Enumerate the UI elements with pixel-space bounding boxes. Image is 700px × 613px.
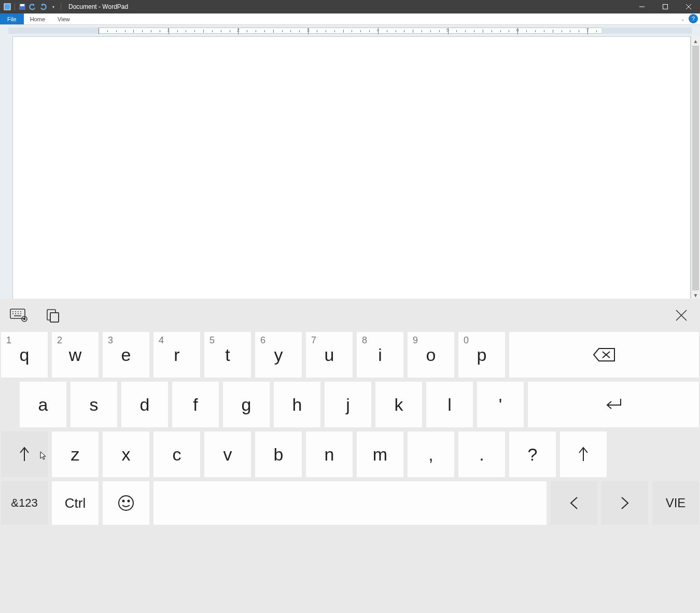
on-screen-keyboard: 1q2w3e4r5t6y7u8i9o0p asdfghjkl' zxcvbnm,… [0,299,700,613]
key-n[interactable]: n [306,431,353,477]
key-number-hint: 8 [362,335,367,346]
window-title: Document - WordPad [68,3,128,10]
svg-point-28 [119,496,133,510]
key-h[interactable]: h [274,382,320,427]
key-apostrophe[interactable]: ' [477,382,524,427]
key-number-hint: 1 [6,335,11,346]
scroll-up-icon[interactable]: ▲ [691,36,700,46]
key-question[interactable]: ? [509,431,556,477]
key-m[interactable]: m [357,431,403,477]
title-bar: ▾ Document - WordPad [0,0,700,13]
key-label: u [325,345,334,365]
key-enter[interactable] [528,382,699,427]
key-r[interactable]: 4r [153,332,200,378]
key-backspace[interactable] [509,332,699,378]
keyboard-close-icon[interactable] [672,306,691,325]
key-label: w [69,345,82,365]
undo-icon[interactable] [29,3,37,11]
key-v[interactable]: v [204,431,251,477]
separator [15,3,15,10]
svg-rect-20 [50,313,59,322]
key-j[interactable]: j [325,382,371,427]
keyboard-padding [1,382,16,427]
document-area: ▲ ▼ [0,36,700,300]
key-label: o [426,345,436,365]
key-l[interactable]: l [426,382,473,427]
maximize-button[interactable] [653,0,677,13]
key-b[interactable]: b [255,431,302,477]
document-page[interactable] [12,36,691,300]
key-number-hint: 0 [464,335,469,346]
key-emoji[interactable] [103,481,149,525]
minimize-button[interactable] [630,0,653,13]
key-arrow-right[interactable] [601,481,648,525]
clipboard-icon[interactable] [44,306,62,325]
key-label: y [274,345,283,365]
key-number-hint: 2 [57,335,62,346]
ruler-number: 1 [167,27,170,33]
ruler[interactable]: 1234567 [0,25,700,36]
svg-rect-2 [20,4,24,6]
key-space[interactable] [153,481,547,525]
svg-rect-4 [663,5,667,9]
key-label: p [477,345,487,365]
key-label: t [225,345,230,365]
key-c[interactable]: c [153,431,200,477]
redo-icon[interactable] [39,3,47,11]
close-button[interactable] [677,0,700,13]
keyboard-settings-icon[interactable] [9,306,28,325]
key-e[interactable]: 3e [103,332,149,378]
svg-point-29 [123,500,124,502]
key-arrow-left[interactable] [551,481,597,525]
key-z[interactable]: z [52,431,99,477]
key-k[interactable]: k [375,382,422,427]
key-w[interactable]: 2w [52,332,99,378]
key-ctrl[interactable]: Ctrl [52,481,99,525]
key-i[interactable]: 8i [357,332,403,378]
ribbon-collapse-icon[interactable]: ⌄ [678,13,688,24]
key-q[interactable]: 1q [1,332,48,378]
key-number-hint: 7 [311,335,316,346]
svg-point-18 [24,318,25,320]
key-number-hint: 3 [108,335,113,346]
key-f[interactable]: f [172,382,219,427]
key-o[interactable]: 9o [408,332,454,378]
key-d[interactable]: d [121,382,168,427]
key-symbols[interactable]: &123 [1,481,48,525]
key-number-hint: 4 [159,335,164,346]
tab-view[interactable]: View [51,13,76,24]
key-comma[interactable]: , [408,431,454,477]
app-icon [3,3,11,11]
ruler-number: 2 [237,27,240,33]
key-label: i [378,345,382,365]
ruler-number: 3 [307,27,310,33]
key-label: e [121,345,131,365]
key-language[interactable]: VIE [652,481,699,525]
ribbon: File Home View ⌄ ? [0,13,700,25]
vertical-scrollbar[interactable]: ▲ ▼ [691,36,700,300]
key-s[interactable]: s [71,382,117,427]
key-x[interactable]: x [103,431,149,477]
key-label: q [20,345,30,365]
ruler-number: 6 [516,27,519,33]
key-number-hint: 5 [209,335,215,346]
scroll-thumb[interactable] [692,46,699,290]
key-shift-left[interactable] [1,431,48,477]
tab-file[interactable]: File [0,13,24,24]
separator [61,3,61,10]
key-label: r [174,345,179,365]
key-g[interactable]: g [223,382,270,427]
key-u[interactable]: 7u [306,332,353,378]
key-t[interactable]: 5t [204,332,251,378]
key-y[interactable]: 6y [255,332,302,378]
help-icon[interactable]: ? [689,14,698,23]
key-period[interactable]: . [458,431,505,477]
key-p[interactable]: 0p [458,332,505,378]
key-shift-right[interactable] [560,431,607,477]
save-icon[interactable] [18,3,26,11]
tab-home[interactable]: Home [24,13,51,24]
qat-dropdown-icon[interactable]: ▾ [49,3,58,11]
key-number-hint: 9 [413,335,418,346]
key-number-hint: 6 [260,335,265,346]
key-a[interactable]: a [20,382,66,427]
